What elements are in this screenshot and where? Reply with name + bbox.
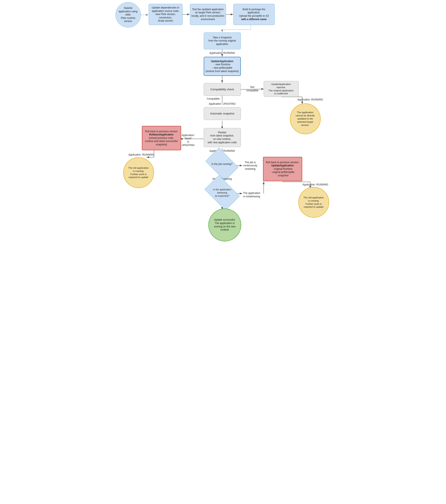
automatic-snapshot-node: Automatic snapshot bbox=[204, 107, 241, 120]
update-application-label: UpdateApplication - new Runtime - new ja… bbox=[206, 60, 239, 73]
cannot-update-node: The application cannot be directly updat… bbox=[290, 103, 321, 134]
restart-node: Restart from latest snapshot, on new run… bbox=[204, 128, 241, 147]
update-successful-node: Update successful. The application is ru… bbox=[208, 209, 241, 241]
old-app-running-1-node: The old application is running. Further … bbox=[123, 157, 154, 188]
compatible-label: Compatible bbox=[204, 97, 223, 101]
is-job-running-label: Is the job running? bbox=[208, 155, 236, 174]
job-continuously-label: The job is continuously restarting bbox=[239, 160, 262, 171]
build-package-label: Build & package the application. Upload … bbox=[239, 8, 269, 21]
app-misbehaving-label: The application is misbehaving bbox=[240, 191, 263, 199]
test-updated-label: Test the updated application on target F… bbox=[191, 8, 224, 21]
update-application-node: UpdateApplication - new Runtime - new ja… bbox=[204, 57, 241, 76]
stateful-app-node: Stateful application using older Flink r… bbox=[115, 2, 141, 28]
flowchart-diagram: Stateful application using older Flink r… bbox=[112, 0, 335, 252]
automatic-snapshot-label: Automatic snapshot bbox=[210, 112, 234, 115]
build-package-node: Build & package the application. Upload … bbox=[233, 4, 275, 25]
app-running-label-3: Application: RUNNING bbox=[120, 153, 162, 157]
app-running-label-2: Application: RUNNING bbox=[291, 98, 329, 102]
app-updating-label: Application: UPDATING bbox=[204, 102, 241, 106]
is-app-behaving-label: Is the applicationbehavingas expected? bbox=[207, 183, 237, 203]
update-deps-label: Update dependencies in application sourc… bbox=[152, 6, 179, 23]
update-rejected-node: UpdateApplication rejected. The original… bbox=[264, 81, 299, 97]
test-updated-node: Test the updated application on target F… bbox=[190, 4, 226, 25]
rollback-box-node: Roll back to previous version RollbackAp… bbox=[142, 126, 181, 150]
old-app-running-2-node: The old application is running. Further … bbox=[298, 187, 329, 218]
app-running-label-5: Application: RUNNING bbox=[296, 183, 335, 187]
take-snapshot-label: Take a Snapshot from the running origina… bbox=[208, 36, 236, 46]
not-compatible-label: Notcompatible bbox=[243, 85, 262, 93]
stateful-app-label: Stateful application using older Flink r… bbox=[119, 7, 137, 23]
rollback-update-node: Roll back to previous version: UpdateApp… bbox=[263, 157, 302, 181]
take-snapshot-node: Take a Snapshot from the running origina… bbox=[204, 33, 241, 49]
compatibility-check-node: Compatibility check bbox=[204, 83, 241, 96]
app-running-label-1: Application: RUNNING bbox=[204, 51, 241, 55]
update-deps-node: Update dependencies in application sourc… bbox=[149, 4, 183, 25]
compatibility-check-label: Compatibility check bbox=[210, 88, 234, 91]
